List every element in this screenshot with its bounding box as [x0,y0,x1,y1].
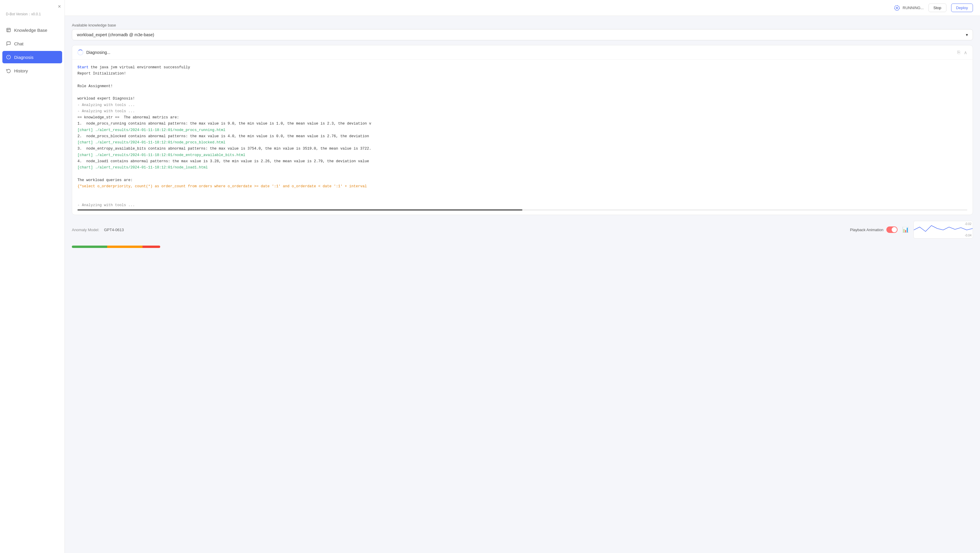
running-label: RUNNING... [902,6,924,10]
line-14: 4. node_load1 contains abnormal patterns… [78,159,967,165]
model-label: Anomaly Model: [72,227,99,232]
line-11: [chart] ./alert_results/2024-01-11-18:12… [78,140,967,146]
svg-point-8 [896,7,897,8]
line-9: [chart] ./alert_results/2024-01-11-18:12… [78,127,967,133]
topbar: RUNNING... Stop Deploy [65,0,980,16]
start-keyword: Start [78,65,89,70]
line-blank-5 [78,196,967,202]
version-label: D-Bot Version：v0.0.1 [0,10,65,24]
sidebar-nav: Knowledge Base Chat Diagnosis [0,24,65,77]
line-blank-4 [78,190,967,196]
sidebar-item-knowledge-base[interactable]: Knowledge Base [0,24,65,36]
line-10: 2. node_procs_blocked contains abnormal … [78,133,967,140]
line-3: Role Assignment! [78,83,967,89]
collapse-icon[interactable]: ∧ [964,50,967,56]
diagnosis-content: Start the java jvm virtual environment s… [72,60,973,207]
line-blank-1 [78,77,967,83]
kb-label: Available knowledge base [72,23,973,27]
kb-select[interactable]: workload_expert (chromadb @ m3e-base) ▾ [72,29,973,40]
history-icon [6,68,11,73]
diagnosis-header: Diagnosing... ⎘ ∧ [72,45,973,60]
progress-bar-section [72,207,973,215]
kb-section: Available knowledge base workload_expert… [72,23,973,40]
line-8: 1. node_procs_running contains abnormal … [78,121,967,127]
progress-bar-track [78,209,967,211]
stop-button[interactable]: Stop [929,3,947,12]
sidebar-item-label: Chat [14,41,24,46]
diagnosis-title: Diagnosing... [78,49,110,56]
chevron-down-icon: ▾ [966,32,968,37]
chart-y-max: -0.02 [965,222,972,226]
chart-y-min: -0.04 [965,234,972,237]
sidebar-item-chat[interactable]: Chat [0,37,65,50]
line-5: - Analyzing with tools ... [78,102,967,108]
content-area: Available knowledge base workload_expert… [65,16,980,553]
line-2: Report Initialization! [78,71,967,77]
line-4: workload expert Diagnosis! [78,96,967,102]
line-17: {"select o_orderpriority, count(*) as or… [78,183,967,190]
playback-label: Playback Animation [850,227,883,232]
model-section: Anomaly Model: GPT4-0613 [72,227,124,232]
chart-legend-bar [72,246,160,248]
chat-icon [6,41,11,46]
sidebar-item-label: History [14,68,28,73]
line-12: 3. node_entropy_available_bits contains … [78,146,967,152]
playback-section: Playback Animation 📊 -0.02 -0.04 [850,221,973,238]
playback-toggle[interactable] [886,226,897,233]
legend-orange [107,246,143,248]
svg-rect-0 [7,28,10,32]
loading-spinner [78,49,83,56]
close-icon[interactable]: × [58,3,61,10]
line-analyzing-footer: - Analyzing with tools ... [78,202,967,207]
chart-controls: 📊 [902,226,909,233]
line-6: - Analyzing with tools ... [78,108,967,114]
deploy-button[interactable]: Deploy [951,3,973,12]
line-7: == knowledge_str == The abnormal metrics… [78,114,967,121]
kb-selected-value: workload_expert (chromadb @ m3e-base) [77,32,154,37]
line-13: [chart] ./alert_results/2024-01-11-18:12… [78,152,967,159]
line-16: The workload queries are: [78,177,967,183]
diagnosis-title-text: Diagnosing... [86,50,110,55]
diagnosis-icon [6,54,11,60]
line-blank-2 [78,89,967,96]
main-content: RUNNING... Stop Deploy Available knowled… [65,0,980,553]
sidebar-item-history[interactable]: History [0,65,65,77]
chart-y-labels: -0.02 -0.04 [965,221,972,238]
copy-icon[interactable]: ⎘ [957,50,960,55]
model-value: GPT4-0613 [104,227,124,232]
book-icon [6,27,11,33]
sidebar-item-label: Diagnosis [14,55,33,60]
diagnosis-panel: Diagnosing... ⎘ ∧ Start the java jvm vir… [72,45,973,215]
sidebar: × D-Bot Version：v0.0.1 Knowledge Base Ch… [0,0,65,553]
legend-green [72,246,107,248]
running-icon [894,5,900,11]
line-blank-3 [78,171,967,177]
running-indicator: RUNNING... [894,5,924,11]
sidebar-item-diagnosis[interactable]: Diagnosis [2,51,62,63]
legend-red [143,246,160,248]
line-1: Start the java jvm virtual environment s… [78,65,967,71]
sidebar-item-label: Knowledge Base [14,28,48,33]
progress-bar-fill [78,209,522,211]
chart-icon[interactable]: 📊 [902,226,909,233]
mini-chart: -0.02 -0.04 [913,221,973,238]
line-15: [chart] ./alert_results/2024-01-11-18:12… [78,165,967,171]
toggle-wrap: Playback Animation [850,226,897,233]
